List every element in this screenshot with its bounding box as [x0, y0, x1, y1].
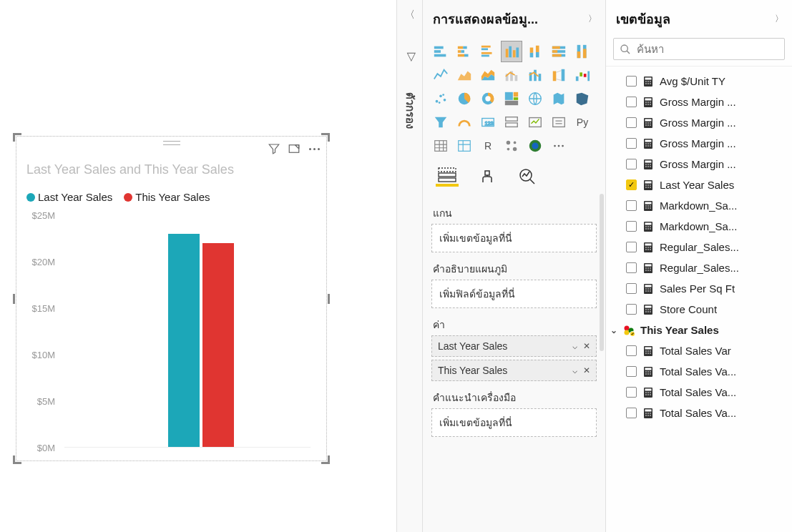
field-checkbox[interactable] [626, 408, 637, 418]
field-list[interactable]: Avg $/Unit TY Gross Margin ... Gross Mar… [606, 66, 792, 532]
viz-type-shape-map[interactable] [572, 88, 593, 109]
field-checkbox[interactable] [626, 138, 637, 149]
field-checkbox[interactable] [626, 262, 637, 273]
viz-type-funnel[interactable] [430, 112, 451, 133]
viz-type-stacked-bar-h2[interactable] [454, 41, 475, 62]
field-row[interactable]: Gross Margin ... [606, 112, 789, 133]
filter-icon[interactable] [268, 142, 280, 155]
chevron-down-icon[interactable]: ⌵ [572, 365, 577, 375]
legend-item[interactable]: This Year Sales [124, 191, 210, 203]
chevron-right-icon[interactable]: 〉 [588, 13, 597, 25]
viz-type-100-stacked-column[interactable] [572, 41, 593, 62]
viz-type-multi-card[interactable] [501, 112, 522, 133]
bar[interactable] [202, 243, 234, 447]
viz-type-arcgis[interactable] [524, 135, 546, 157]
viz-type-py[interactable]: Py [572, 112, 593, 133]
viz-type-treemap[interactable] [501, 88, 522, 109]
viz-type-clustered-bar-h[interactable] [477, 41, 499, 62]
viz-type-ribbon[interactable] [548, 64, 569, 86]
chart-visual-container[interactable]: Last Year Sales and This Year Sales Last… [16, 136, 327, 461]
field-checkbox[interactable] [626, 117, 637, 128]
viz-type-clustered-column[interactable] [501, 41, 522, 62]
viz-type-matrix[interactable] [454, 135, 475, 157]
value-well-item[interactable]: This Year Sales⌵✕ [431, 360, 597, 381]
field-checkbox[interactable] [626, 387, 637, 398]
viz-type-donut[interactable] [477, 88, 499, 109]
field-checkbox[interactable] [626, 345, 637, 356]
remove-icon[interactable]: ✕ [583, 365, 590, 375]
filters-pane-collapsed[interactable]: 〈 ◁ ตัวกรอง [397, 0, 423, 532]
field-table-row[interactable]: ⌄ This Year Sales [606, 320, 789, 340]
search-input[interactable] [637, 43, 778, 55]
field-checkbox[interactable] [626, 221, 637, 232]
viz-type-stacked-area[interactable] [477, 64, 499, 86]
resize-handle[interactable] [321, 133, 330, 142]
field-row[interactable]: Regular_Sales... [606, 237, 789, 257]
viz-type-100-stacked-bar[interactable] [548, 41, 569, 62]
viz-type-area[interactable] [454, 64, 475, 86]
fields-search-box[interactable] [613, 38, 785, 60]
viz-type-card[interactable]: 123 [477, 112, 499, 133]
field-row[interactable]: Sales Per Sq Ft [606, 278, 789, 299]
format-tab-icon[interactable] [476, 167, 499, 187]
viz-type-more[interactable] [548, 135, 569, 157]
viz-type-combo1[interactable] [501, 64, 522, 86]
field-row[interactable]: Total Sales Va... [606, 361, 789, 382]
resize-handle[interactable] [13, 294, 15, 304]
viz-type-kpi[interactable] [524, 112, 546, 133]
viz-type-gauge[interactable] [454, 112, 475, 133]
field-checkbox[interactable] [626, 304, 637, 315]
viz-type-scatter[interactable] [430, 88, 451, 109]
fields-tab-icon[interactable] [436, 167, 459, 187]
viz-type-table[interactable] [430, 135, 451, 157]
field-checkbox[interactable] [626, 200, 637, 211]
resize-handle[interactable] [321, 455, 330, 464]
resize-handle[interactable] [13, 455, 21, 464]
focus-mode-icon[interactable] [288, 142, 300, 155]
viz-type-stacked-column[interactable] [524, 41, 546, 62]
chevron-down-icon[interactable]: ⌄ [610, 325, 617, 335]
viz-type-waterfall[interactable] [572, 64, 593, 86]
field-row[interactable]: Gross Margin ... [606, 154, 789, 174]
axis-well-drop[interactable]: เพิ่มเขตข้อมูลที่นี่ [431, 224, 597, 252]
field-row[interactable]: Avg $/Unit TY [606, 71, 789, 92]
drag-grip-icon[interactable] [163, 141, 180, 145]
report-canvas[interactable]: Last Year Sales and This Year Sales Last… [0, 0, 397, 532]
viz-type-line[interactable] [430, 64, 451, 86]
viz-type-stacked-bar-h[interactable] [430, 41, 451, 62]
field-row[interactable]: Total Sales Va... [606, 382, 789, 403]
viz-type-key-influencers[interactable] [501, 135, 522, 157]
chevron-right-icon[interactable]: 〉 [775, 13, 783, 25]
field-checkbox[interactable] [626, 242, 637, 252]
chevron-down-icon[interactable]: ⌵ [572, 341, 577, 351]
field-checkbox[interactable] [626, 159, 637, 169]
bar[interactable] [168, 234, 200, 447]
analytics-tab-icon[interactable] [516, 167, 539, 187]
resize-handle[interactable] [13, 133, 21, 142]
viz-type-pie[interactable] [454, 88, 475, 109]
chevron-left-icon[interactable]: 〈 [405, 9, 415, 21]
viz-type-r[interactable]: R [477, 135, 499, 157]
field-row[interactable]: Gross Margin ... [606, 92, 789, 112]
scrollbar[interactable] [600, 194, 604, 351]
field-row[interactable]: ✓ Last Year Sales [606, 174, 789, 195]
tooltip-well-drop[interactable]: เพิ่มเขตข้อมูลที่นี่ [431, 408, 597, 437]
field-row[interactable]: Total Sales Va... [606, 403, 789, 423]
value-well-item[interactable]: Last Year Sales⌵✕ [431, 335, 597, 357]
viz-type-slicer[interactable] [548, 112, 569, 133]
field-row[interactable]: Markdown_Sa... [606, 216, 789, 237]
legend-item[interactable]: Last Year Sales [26, 191, 112, 203]
field-checkbox[interactable] [626, 76, 637, 87]
resize-handle[interactable] [328, 294, 330, 304]
field-checkbox[interactable] [626, 283, 637, 294]
field-row[interactable]: Markdown_Sa... [606, 195, 789, 216]
field-checkbox[interactable] [626, 97, 637, 107]
legend-well-drop[interactable]: เพิ่มฟิลด์ข้อมูลที่นี่ [431, 280, 597, 308]
field-row[interactable]: Total Sales Var [606, 340, 789, 361]
field-row[interactable]: Gross Margin ... [606, 133, 789, 154]
field-row[interactable]: Regular_Sales... [606, 257, 789, 278]
field-row[interactable]: Store Count [606, 299, 789, 320]
field-checkbox[interactable] [626, 366, 637, 377]
more-options-icon[interactable] [308, 142, 321, 155]
viz-type-map[interactable] [524, 88, 546, 109]
